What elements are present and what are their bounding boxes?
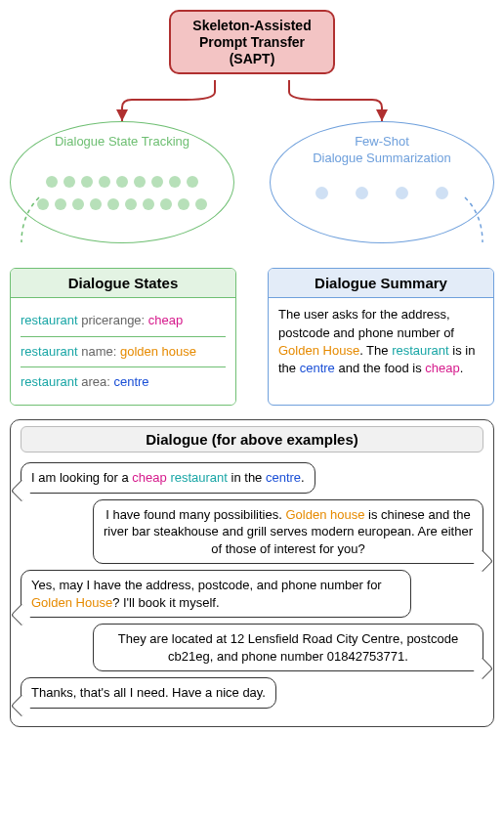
dot-icon	[63, 176, 75, 188]
ds-slot-text: area	[81, 374, 106, 389]
turn-text: They are located at 12 Lensfield Road Ci…	[118, 631, 458, 664]
ds-row: restaurant pricerange: cheap	[21, 306, 226, 335]
speech-bubble: I have found many possibilities. Golden …	[93, 499, 483, 565]
turn-text: Yes, may I have the address, postcode, a…	[31, 578, 382, 592]
bubble-tail-icon	[472, 550, 494, 573]
turn-text: .	[301, 470, 305, 485]
ds-colon: :	[142, 313, 148, 327]
turn-golden-house: Golden House	[31, 595, 112, 610]
dot-icon	[116, 176, 128, 188]
bubble-tail-icon	[11, 695, 33, 717]
bubble-tail-icon	[472, 658, 494, 680]
sapt-line1: Skeleton-Assisted	[179, 18, 325, 34]
turn-system: They are located at 12 Lensfield Road Ci…	[21, 624, 483, 671]
speech-bubble: Yes, may I have the address, postcode, a…	[21, 570, 411, 618]
sum-golden-house: Golden House	[278, 343, 359, 358]
dot-icon	[134, 176, 146, 188]
ds-domain: restaurant	[21, 344, 78, 359]
sum-text: and the food is	[335, 361, 426, 375]
dot-icon	[187, 176, 198, 188]
speech-bubble: I am looking for a cheap restaurant in t…	[21, 462, 315, 494]
arrow-row	[10, 82, 494, 121]
sum-text: The user asks for the address, postcode …	[278, 307, 454, 339]
sum-cheap: cheap	[425, 361, 459, 375]
dot-icon	[99, 176, 110, 188]
sum-text: .	[460, 361, 464, 375]
dialogue-states-panel: Dialogue States restaurant pricerange: c…	[10, 268, 236, 406]
ds-value: cheap	[148, 313, 183, 327]
dialogue-summary-panel: Dialogue Summary The user asks for the a…	[268, 268, 494, 406]
sum-centre: centre	[300, 361, 335, 375]
turn-text: Thanks, that's all I need. Have a nice d…	[31, 685, 266, 700]
sum-restaurant: restaurant	[392, 343, 449, 358]
dialogue-summary-body: The user asks for the address, postcode …	[269, 298, 493, 385]
turn-user: Thanks, that's all I need. Have a nice d…	[21, 677, 483, 709]
turn-user: Yes, may I have the address, postcode, a…	[21, 570, 483, 618]
ds-row: restaurant name: golden house	[21, 336, 226, 366]
dialogue-summary-title: Dialogue Summary	[269, 269, 493, 298]
speech-bubble: Thanks, that's all I need. Have a nice d…	[21, 677, 276, 709]
figure-canvas: Skeleton-Assisted Prompt Transfer (SAPT)…	[0, 0, 504, 737]
dot-icon	[151, 176, 163, 188]
dot-icon	[169, 176, 181, 188]
sapt-line3: (SAPT)	[179, 51, 325, 67]
turn-text: in the	[228, 470, 266, 485]
turn-text: I am looking for a	[31, 470, 132, 485]
ds-slot-text: name	[81, 344, 113, 359]
bubble-tail-icon	[11, 604, 33, 626]
ds-domain: restaurant	[21, 374, 78, 389]
turn-golden-house: Golden house	[285, 507, 364, 522]
turn-text: I have found many possibilities.	[105, 507, 285, 522]
dot-icon	[46, 176, 58, 188]
turn-system: I have found many possibilities. Golden …	[21, 499, 483, 565]
turn-restaurant: restaurant	[170, 470, 228, 485]
ds-value: centre	[113, 374, 148, 389]
ellipse-left-label: Dialogue State Tracking	[11, 134, 233, 150]
ds-domain: restaurant	[21, 313, 78, 327]
dialogue-title: Dialogue (for above examples)	[21, 426, 483, 453]
bubble-tail-icon	[11, 479, 33, 501]
turn-user: I am looking for a cheap restaurant in t…	[21, 462, 483, 494]
sapt-box: Skeleton-Assisted Prompt Transfer (SAPT)	[169, 10, 335, 74]
ellipse-right-line1: Few-Shot	[271, 134, 493, 150]
turn-centre: centre	[266, 470, 301, 485]
ds-value: golden house	[120, 344, 196, 359]
ds-colon: :	[113, 344, 120, 359]
panels-row: Dialogue States restaurant pricerange: c…	[10, 268, 494, 406]
turn-cheap: cheap	[132, 470, 166, 485]
sum-text: . The	[359, 343, 392, 358]
ellipse-right-line2: Dialogue Summarization	[271, 151, 493, 166]
dialogue-states-body: restaurant pricerange: cheap restaurant …	[11, 298, 235, 405]
turn-text: ? I'll book it myself.	[112, 595, 219, 610]
dialogue-states-title: Dialogue States	[11, 269, 235, 298]
dialogue-box: Dialogue (for above examples) I am looki…	[10, 419, 494, 727]
sapt-line2: Prompt Transfer	[179, 34, 325, 51]
speech-bubble: They are located at 12 Lensfield Road Ci…	[93, 624, 483, 671]
dot-icon	[81, 176, 93, 188]
ds-row: restaurant area: centre	[21, 366, 226, 397]
ds-slot-text: pricerange	[81, 313, 141, 327]
dashed-connectors	[10, 195, 494, 254]
